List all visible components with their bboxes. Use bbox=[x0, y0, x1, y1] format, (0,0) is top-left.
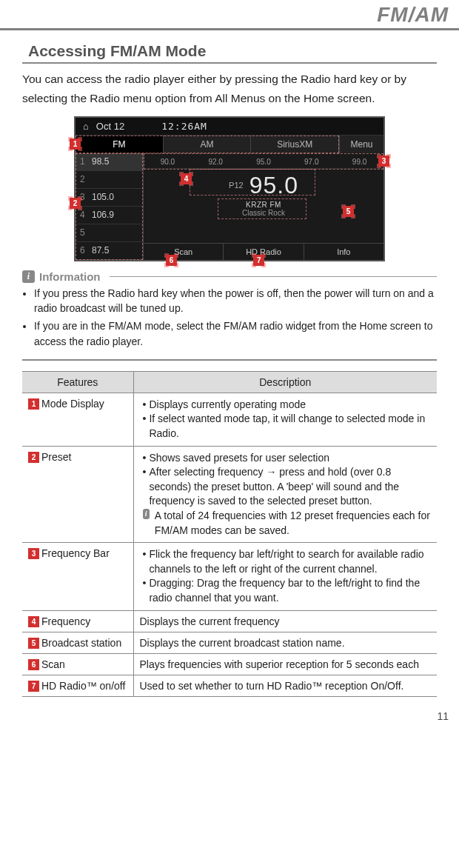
feature-name: HD Radio™ on/off bbox=[41, 680, 125, 692]
feature-name: Mode Display bbox=[41, 398, 104, 410]
information-item: If you are in the FM/AM mode, select the… bbox=[34, 318, 437, 349]
ss-presets: 2 198.5 2 3105.0 4106.9 5 687.5 bbox=[76, 153, 144, 260]
num-badge-3: 3 bbox=[28, 548, 39, 559]
mode-fm[interactable]: FM bbox=[76, 136, 164, 153]
radio-screenshot: ⌂ Oct 12 12:26AM 1 FM AM SiriusXM Menu 2… bbox=[74, 116, 385, 261]
annotation-2: 2 bbox=[70, 198, 81, 209]
page-header-title: FM/AM bbox=[377, 3, 449, 27]
feature-name: Frequency bbox=[41, 615, 90, 627]
table-row: 4Frequency Displays the current frequenc… bbox=[22, 610, 437, 632]
preset-4[interactable]: 4106.9 bbox=[76, 207, 143, 224]
feature-name: Scan bbox=[41, 658, 65, 670]
preset-number: P12 bbox=[229, 181, 244, 190]
preset-6[interactable]: 687.5 bbox=[76, 242, 143, 260]
ss-mode-row: 1 FM AM SiriusXM Menu bbox=[76, 136, 383, 153]
annotation-6: 6 bbox=[166, 255, 177, 266]
table-row: 7HD Radio™ on/off Used to set whether to… bbox=[22, 675, 437, 696]
num-badge-6: 6 bbox=[28, 659, 39, 670]
menu-button[interactable]: Menu bbox=[339, 136, 383, 153]
ss-date: Oct 12 bbox=[96, 121, 124, 132]
col-features: Features bbox=[22, 371, 133, 393]
annotation-5: 5 bbox=[343, 206, 354, 217]
info-button[interactable]: Info bbox=[304, 244, 383, 260]
info-icon: i bbox=[22, 270, 35, 283]
preset-3[interactable]: 3105.0 bbox=[76, 189, 143, 207]
ss-freqbar[interactable]: 3 90.0 92.0 95.0 97.0 99.0 bbox=[144, 153, 383, 169]
table-row: 5Broadcast station Displays the current … bbox=[22, 632, 437, 653]
information-list: If you press the Radio hard key when the… bbox=[22, 286, 437, 349]
num-badge-2: 2 bbox=[28, 452, 39, 463]
section-heading: Accessing FM/AM Mode bbox=[22, 42, 437, 64]
col-description: Description bbox=[133, 371, 437, 393]
feature-name: Frequency Bar bbox=[41, 547, 110, 559]
table-row: 3Frequency Bar •Flick the frequency bar … bbox=[22, 543, 437, 610]
ss-time: 12:26AM bbox=[161, 121, 207, 132]
mode-siriusxm[interactable]: SiriusXM bbox=[251, 136, 339, 153]
current-frequency: 95.0 bbox=[249, 172, 298, 199]
annotation-1: 1 bbox=[70, 138, 81, 150]
page-number: 11 bbox=[0, 704, 459, 728]
mode-am[interactable]: AM bbox=[164, 136, 252, 153]
annotation-3: 3 bbox=[378, 156, 389, 167]
features-table: Features Description 1Mode Display •Disp… bbox=[22, 371, 437, 697]
home-icon[interactable]: ⌂ bbox=[83, 121, 89, 132]
ss-main: 4 P12 95.0 5 KRZR FM Classic Rock bbox=[144, 169, 383, 243]
num-badge-4: 4 bbox=[28, 616, 39, 627]
preset-2[interactable]: 2 bbox=[76, 171, 143, 189]
feature-name: Preset bbox=[41, 451, 71, 463]
ss-statusbar: ⌂ Oct 12 12:26AM bbox=[76, 118, 383, 136]
scan-button[interactable]: Scan 6 bbox=[144, 244, 224, 260]
table-row: 6Scan Plays frequencies with superior re… bbox=[22, 653, 437, 675]
information-heading: i Information bbox=[22, 270, 437, 283]
feature-name: Broadcast station bbox=[41, 637, 121, 649]
num-badge-1: 1 bbox=[28, 398, 39, 410]
num-badge-7: 7 bbox=[28, 681, 39, 692]
content: Accessing FM/AM Mode You can access the … bbox=[0, 30, 459, 704]
num-badge-5: 5 bbox=[28, 638, 39, 649]
page-header: FM/AM bbox=[0, 0, 459, 30]
section-separator bbox=[22, 359, 437, 361]
ss-bottom-row: Scan 6 HD Radio 7 Info bbox=[144, 243, 383, 260]
preset-1[interactable]: 198.5 bbox=[76, 153, 143, 171]
information-item: If you press the Radio hard key when the… bbox=[34, 286, 437, 316]
hdradio-button[interactable]: HD Radio 7 bbox=[224, 244, 304, 260]
intro-text: You can access the radio player either b… bbox=[22, 70, 437, 109]
annotation-4: 4 bbox=[181, 173, 192, 184]
preset-5[interactable]: 5 bbox=[76, 224, 143, 242]
information-label: Information bbox=[39, 270, 101, 283]
table-header-row: Features Description bbox=[22, 371, 437, 393]
table-row: 2Preset •Shows saved presets for user se… bbox=[22, 446, 437, 543]
info-icon: i bbox=[143, 509, 150, 519]
table-row: 1Mode Display •Displays currently operat… bbox=[22, 393, 437, 446]
annotation-7: 7 bbox=[253, 255, 264, 266]
